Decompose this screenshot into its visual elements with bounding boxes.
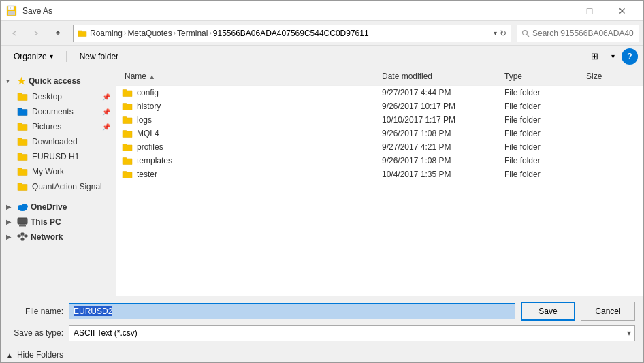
quick-access-star-icon: ★ <box>17 76 26 86</box>
svg-rect-10 <box>20 224 25 225</box>
breadcrumb-terminal: Terminal <box>177 29 208 38</box>
network-icon <box>17 232 28 242</box>
table-row[interactable]: history 9/26/2017 10:17 PM File folder <box>116 99 643 113</box>
up-button[interactable] <box>48 25 67 42</box>
sidebar-item-quantaction[interactable]: QuantAction Signal <box>1 179 116 194</box>
sidebar-item-pictures[interactable]: Pictures 📌 <box>1 119 116 134</box>
config-folder-icon <box>122 88 133 97</box>
view-chevron-button[interactable]: ▾ <box>607 48 619 65</box>
table-row[interactable]: config 9/27/2017 4:44 PM File folder <box>116 86 643 99</box>
view-dropdown-icon: ▾ <box>611 52 615 60</box>
logs-folder-icon <box>122 115 133 125</box>
network-chevron-icon: ▶ <box>6 234 14 240</box>
sidebar-item-documents[interactable]: Documents 📌 <box>1 104 116 119</box>
sidebar-item-downloaded[interactable]: Downloaded <box>1 134 116 149</box>
mywork-label: My Work <box>32 167 64 176</box>
pictures-label: Pictures <box>32 122 61 131</box>
table-row[interactable]: logs 10/10/2017 1:17 PM File folder <box>116 113 643 127</box>
svg-point-4 <box>523 30 528 35</box>
breadcrumb: Roaming › MetaQuotes › Terminal › 915566… <box>90 29 491 38</box>
table-row[interactable]: profiles 9/27/2017 4:21 PM File folder <box>116 140 643 154</box>
view-button[interactable]: ⊞ <box>585 48 604 65</box>
help-button[interactable]: ? <box>622 48 638 65</box>
svg-rect-3 <box>10 7 11 9</box>
onedrive-icon <box>17 203 28 211</box>
documents-folder-icon <box>17 107 28 116</box>
file-list-header: Name ▲ Date modified Type Size <box>116 67 643 86</box>
quick-access-chevron-icon: ▾ <box>6 78 14 84</box>
organize-button[interactable]: Organize ▾ <box>6 48 61 65</box>
mywork-folder-icon <box>17 167 28 176</box>
forward-button[interactable] <box>27 25 46 42</box>
title-bar: Save As — □ ✕ <box>1 1 643 21</box>
documents-label: Documents <box>32 107 74 116</box>
save-label: Save <box>538 306 557 316</box>
address-bar[interactable]: Roaming › MetaQuotes › Terminal › 915566… <box>73 25 511 42</box>
onedrive-chevron-icon: ▶ <box>6 204 14 210</box>
hide-folders-bar[interactable]: ▲ Hide Folders <box>1 347 643 362</box>
quantaction-label: QuantAction Signal <box>32 182 102 191</box>
profiles-folder-icon <box>122 142 133 152</box>
thispc-label: This PC <box>31 217 61 227</box>
sidebar-section-quick-access[interactable]: ▾ ★ Quick access <box>1 73 116 89</box>
history-folder-icon <box>122 101 133 111</box>
filetype-select-wrapper: ASCII Text (*.csv) <box>69 325 635 341</box>
table-row[interactable]: tester 10/4/2017 1:35 PM File folder <box>116 168 643 181</box>
pictures-folder-icon <box>17 122 28 131</box>
breadcrumb-roaming: Roaming <box>90 29 123 38</box>
cancel-button[interactable]: Cancel <box>581 302 635 321</box>
network-label: Network <box>31 232 63 242</box>
sidebar-section-onedrive[interactable]: ▶ OneDrive <box>1 200 116 215</box>
thispc-chevron-icon: ▶ <box>6 219 14 225</box>
file-list: Name ▲ Date modified Type Size config 9/… <box>116 67 643 296</box>
sidebar-section-thispc[interactable]: ▶ This PC <box>1 215 116 230</box>
sidebar-item-mywork[interactable]: My Work <box>1 164 116 179</box>
table-row[interactable]: MQL4 9/26/2017 1:08 PM File folder <box>116 127 643 140</box>
save-button[interactable]: Save <box>521 302 575 321</box>
filename-label: File name: <box>9 306 63 316</box>
close-button[interactable]: ✕ <box>607 1 638 20</box>
new-folder-label: New folder <box>80 52 118 61</box>
col-date-header[interactable]: Date modified <box>379 70 502 82</box>
col-name-header[interactable]: Name ▲ <box>122 70 379 82</box>
filetype-select[interactable]: ASCII Text (*.csv) <box>69 325 635 341</box>
sidebar-item-desktop[interactable]: Desktop 📌 <box>1 89 116 104</box>
address-refresh-icon[interactable]: ↻ <box>500 29 506 38</box>
quick-access-label: Quick access <box>29 76 81 86</box>
svg-rect-15 <box>21 238 24 240</box>
bottom-bar: File name: Save Cancel Save as type: ASC… <box>1 296 643 347</box>
view-icon: ⊞ <box>591 51 598 61</box>
svg-rect-1 <box>8 6 14 10</box>
svg-rect-11 <box>19 225 26 227</box>
save-icon <box>6 5 17 16</box>
maximize-button[interactable]: □ <box>574 1 605 20</box>
documents-pin-icon: 📌 <box>102 108 110 116</box>
table-row[interactable]: templates 9/26/2017 1:08 PM File folder <box>116 154 643 168</box>
sidebar-section-network[interactable]: ▶ Network <box>1 230 116 244</box>
filename-row: File name: Save Cancel <box>9 302 635 321</box>
sidebar-item-eurusd[interactable]: EURUSD H1 <box>1 149 116 164</box>
templates-folder-icon <box>122 156 133 165</box>
col-size-header[interactable]: Size <box>583 70 638 82</box>
svg-rect-9 <box>18 218 27 224</box>
eurusd-label: EURUSD H1 <box>32 152 79 161</box>
hide-folders-chevron-icon: ▲ <box>6 351 13 359</box>
address-chevron-icon[interactable]: ▾ <box>494 29 497 37</box>
search-box[interactable] <box>517 25 639 42</box>
main-area: ▾ ★ Quick access Desktop 📌 Documents 📌 <box>1 67 643 296</box>
action-buttons: Save Cancel <box>521 302 635 321</box>
filetype-row: Save as type: ASCII Text (*.csv) <box>9 325 635 341</box>
col-type-header[interactable]: Type <box>502 70 583 82</box>
minimize-button[interactable]: — <box>541 1 573 20</box>
window-title: Save As <box>22 6 52 16</box>
search-icon <box>521 29 530 37</box>
new-folder-button[interactable]: New folder <box>72 48 126 65</box>
onedrive-label: OneDrive <box>31 202 67 212</box>
command-toolbar: Organize ▾ New folder ⊞ ▾ ? <box>1 46 643 67</box>
filename-input[interactable] <box>69 303 515 319</box>
desktop-folder-icon <box>17 92 28 101</box>
downloaded-label: Downloaded <box>32 137 78 146</box>
back-button[interactable] <box>5 25 24 42</box>
search-input[interactable] <box>532 29 634 38</box>
organize-label: Organize <box>14 52 47 61</box>
